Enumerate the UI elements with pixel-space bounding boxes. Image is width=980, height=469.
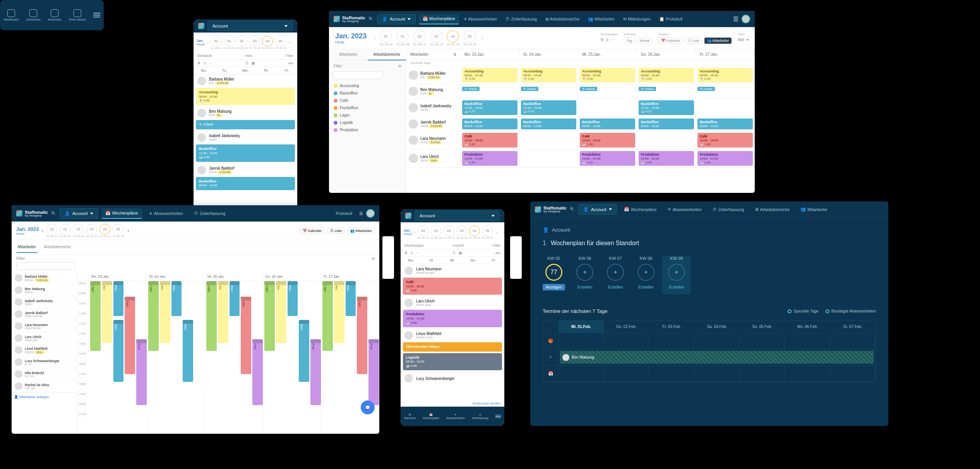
week-circle[interactable]: 05 — [113, 224, 123, 235]
clear-filter-icon[interactable]: ⊘ — [372, 256, 375, 261]
week-card[interactable]: KW 07+Erstellen — [605, 256, 626, 290]
more-icon[interactable]: ⋯ — [611, 38, 615, 42]
week-circle[interactable]: 03 — [430, 30, 442, 43]
nav-arbeitsbereiche[interactable]: ⊞ Arbeitsbereiche — [751, 204, 793, 214]
tab-mitarbeiter[interactable]: Mitarbeiter — [16, 242, 38, 253]
logo[interactable]: Staffomaticby easypep — [535, 206, 567, 213]
employee-row[interactable]: Lars Ulrich26/35 104/- — [401, 296, 504, 310]
shift-block[interactable]: Backoffice12:30 - 19:00☕ 0,50 — [196, 144, 295, 161]
gear-icon[interactable]: ⚙ — [404, 251, 408, 255]
shift-block[interactable]: 👤 1/2Prod — [310, 339, 321, 405]
week-circle[interactable]: 01 — [224, 36, 235, 46]
nav-zeiterfassung[interactable]: ⏱ Zeiterfassung — [709, 205, 748, 214]
next-week[interactable]: › — [127, 228, 128, 233]
urlaub-badge[interactable]: ✈ Urlaub — [462, 87, 480, 91]
nav-abwesenheiten[interactable]: ✈ Abwesenheiten — [664, 204, 706, 214]
employee-row[interactable]: Jannik Balldorf25/35 113/140 — [12, 308, 77, 320]
shift-block[interactable]: 👤 1/1Back — [171, 281, 182, 316]
week-card[interactable]: KW 06+Erstellen — [574, 256, 596, 290]
shift-block[interactable]: 👤 1/1Lager — [148, 281, 159, 351]
tab-absences[interactable]: Absences — [48, 9, 62, 21]
nav-abwesenheiten[interactable]: ✈ Abwesenheiten — [145, 209, 187, 218]
user-avatar[interactable] — [366, 209, 375, 218]
employee-row[interactable]: Linus Mathfeld53/35,5 181/- — [401, 329, 504, 342]
week-circle[interactable]: 03 — [86, 224, 97, 235]
shift-cell[interactable]: Backoffice12:30 - 19:00☕ 0,50 — [521, 100, 576, 115]
shift-block[interactable]: 👤 1/1Acc — [334, 281, 344, 343]
prev-week[interactable]: ‹ — [371, 34, 378, 41]
gear-icon[interactable]: ⚙ — [600, 38, 604, 42]
week-circle[interactable]: 05 — [275, 36, 286, 46]
shift-block[interactable]: Logistik08:00 - 18:00☕ 0,50 — [403, 353, 502, 370]
week-circle[interactable]: 04 — [99, 224, 110, 235]
week-circle[interactable]: 52 — [380, 30, 392, 43]
print-icon[interactable]: ⎙ — [606, 38, 608, 42]
grid-icon[interactable]: ▦ — [252, 61, 255, 65]
shift-block[interactable]: 👤 1/1Acc — [102, 281, 112, 343]
filter-all[interactable]: Alle — [288, 62, 293, 65]
next-week[interactable]: › — [289, 41, 290, 45]
next-week[interactable]: › — [479, 34, 486, 41]
urlaub-block[interactable]: ✈ Urlaub — [196, 120, 295, 129]
urlaub-badge[interactable]: ✈ Urlaub — [580, 87, 597, 91]
chat-button[interactable]: 💬 — [361, 400, 375, 414]
week-circle[interactable]: 04 — [447, 30, 459, 43]
week-circle[interactable]: 03 — [249, 36, 260, 46]
menu-icon[interactable]: ☰ — [359, 211, 363, 216]
shift-block[interactable]: 👤 1/1Acc — [160, 281, 170, 343]
shift-block[interactable]: 👤 1/1Lager — [206, 281, 217, 351]
shift-cell[interactable]: Backoffice12:30 - 19:00☕ 0,50 — [639, 100, 694, 115]
nav-protokoll[interactable]: 📋 Protokoll — [655, 14, 686, 24]
account-dropdown[interactable]: 👤Account — [377, 14, 416, 24]
print-icon[interactable]: ⎙ — [204, 61, 206, 65]
employee-row[interactable]: Linus Mathfeld53/35,5 181/- — [12, 344, 77, 356]
account-dropdown[interactable]: Account — [207, 21, 293, 31]
liste-button[interactable]: ☰ Liste — [327, 228, 344, 234]
week-card[interactable]: KW 08+Erstellen — [636, 256, 657, 290]
shift-cell[interactable]: Produktion14:00 - 21:00☕ 0,50 — [580, 151, 635, 166]
week-circle[interactable]: 02 — [444, 225, 454, 236]
more-icon[interactable]: ⋯ — [209, 61, 212, 65]
nav-zeiterfassung[interactable]: ⏱Zeiterfassung — [472, 414, 488, 419]
nav-wochenplaene[interactable]: 📅 Wochenpläne — [620, 204, 661, 214]
list-icon[interactable]: ☰ — [452, 251, 456, 255]
employee-row[interactable]: Isabell Jankowsky16/39 — [12, 296, 77, 308]
today-link[interactable]: Heute — [404, 232, 412, 236]
list-icon[interactable]: ☰ — [245, 61, 248, 65]
legend-item[interactable]: Produktion — [329, 126, 406, 134]
employee-row[interactable]: Lara Neumann21/40 91/160 — [12, 320, 77, 332]
employee-row[interactable]: Ben Malsung0/25 0/- — [12, 284, 77, 296]
nav-wochenpläne[interactable]: 📅 Wochenpläne — [419, 14, 459, 24]
shift-cell[interactable]: Produktion14:00 - 21:00☕ 0,50 — [697, 151, 753, 166]
shift-cell[interactable]: Backoffice08:00 - 13:00 — [521, 119, 576, 129]
mitarbeiter-button[interactable]: 👥 Mitarbeiter — [348, 228, 375, 234]
shift-cell[interactable]: Accounting08:00 - 15:30☕ 0,50 — [521, 68, 576, 82]
employee-row[interactable]: Barbara Müller35/- 119/118 — [194, 74, 297, 88]
week-circle[interactable]: 52 — [46, 224, 57, 235]
shift-block[interactable]: Café10:00 - 18:00☕ 1,00 — [403, 278, 502, 295]
urlaub-badge[interactable]: ✈ Urlaub — [697, 87, 715, 91]
shift-cell[interactable]: Café10:00 - 18:00☕ 1,00 — [462, 133, 517, 148]
week-circle[interactable]: 05 — [482, 225, 493, 236]
shift-block[interactable]: 👤 1/1Lager — [322, 281, 333, 351]
employee-row[interactable]: Nila Brabold21/- 91/- — [12, 368, 77, 380]
shift-block[interactable]: Backoffice08:00 - 13:00 — [196, 177, 295, 190]
week-circle[interactable]: 02 — [236, 36, 247, 46]
filter-input[interactable] — [333, 71, 383, 79]
week-circle[interactable]: 52 — [418, 225, 428, 236]
legend-item[interactable]: Café — [329, 97, 406, 104]
more-icon[interactable]: ⋯ — [416, 251, 419, 255]
menu-icon[interactable]: ☰ — [733, 15, 738, 23]
employee-row[interactable]: Isabell Jankowsky18/39 — [194, 131, 297, 144]
today-link[interactable]: Heute — [16, 232, 39, 235]
employee-cell[interactable]: Jannik Balldorf25/35 113/140 — [406, 117, 461, 131]
employee-cell[interactable]: Lara Neumann21/40 91/160 — [406, 131, 461, 149]
shift-block[interactable]: 👤 1/2Prod — [368, 339, 379, 405]
mitarbeiter-header[interactable]: Mitarbeiter ⇅ — [406, 49, 461, 60]
absence-chip[interactable]: Ben Malsung — [560, 351, 874, 364]
employee-row[interactable]: Jannik Balldorf25/35 113/140 — [194, 163, 297, 177]
week-circle[interactable]: 01 — [60, 224, 70, 235]
nav-mitteilungen[interactable]: ✉ Mitteilungen — [619, 14, 654, 24]
grid-icon[interactable]: ▦ — [459, 251, 462, 255]
shift-block[interactable]: 👤 1/1Acc — [218, 281, 228, 343]
